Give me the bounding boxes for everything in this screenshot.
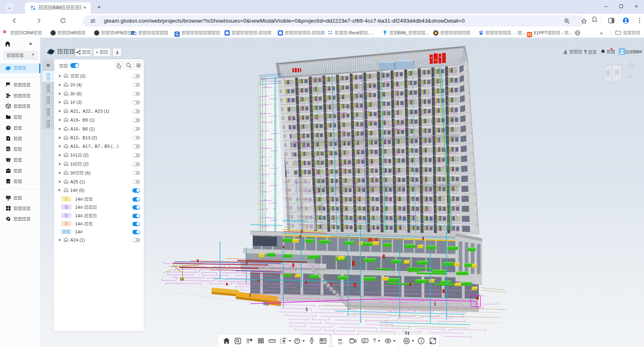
- svg-text:2D: 2D: [338, 342, 342, 345]
- svg-text:?: ?: [7, 126, 9, 130]
